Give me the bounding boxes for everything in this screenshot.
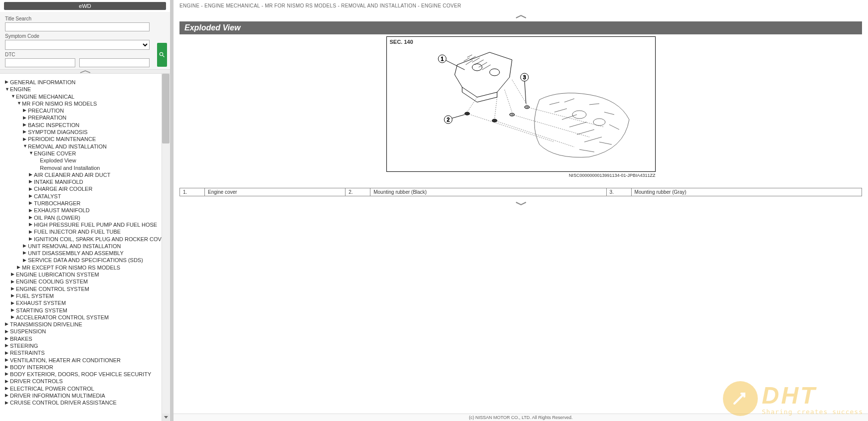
tree-item[interactable]: ▶OIL PAN (LOWER)	[28, 214, 168, 221]
search-icon	[159, 51, 166, 58]
caret-right-icon: ▶	[29, 229, 34, 235]
tree-item[interactable]: ▶CRUISE CONTROL DRIVER ASSISTANCE	[4, 399, 168, 406]
tree-item[interactable]: Removal and Installation	[34, 164, 168, 171]
tree-item[interactable]: ▶BASIC INSPECTION	[22, 122, 168, 129]
search-button[interactable]	[157, 43, 167, 67]
caret-right-icon: ▶	[23, 137, 28, 142]
diagram-box: SEC. 140 1	[386, 36, 656, 172]
tree-label: ENGINE CONTROL SYSTEM	[16, 285, 89, 292]
tree-item[interactable]: ▶PRECAUTION	[22, 107, 168, 114]
caret-right-icon: ▶	[11, 286, 16, 292]
tree-item[interactable]: ▶RESTRAINTS	[4, 349, 168, 356]
caret-right-icon: ▶	[17, 265, 22, 271]
tree-item[interactable]: ▶INTAKE MANIFOLD	[28, 178, 168, 185]
tree-label: ENGINE MECHANICAL	[16, 93, 74, 100]
scrollbar-down-arrow[interactable]	[162, 414, 170, 421]
caret-right-icon: ▶	[11, 314, 16, 320]
tree-item[interactable]: ▶TRANSMISSION DRIVELINE	[4, 321, 168, 328]
tree-item[interactable]: ▶UNIT REMOVAL AND INSTALLATION	[22, 243, 168, 250]
tree-item[interactable]: ▼ENGINE MECHANICAL	[10, 93, 168, 100]
svg-point-0	[472, 64, 482, 71]
tree-item[interactable]: ▶VENTILATION, HEATER AIR CONDITIONER	[4, 357, 168, 364]
search-collapse-bar[interactable]	[0, 70, 170, 74]
caret-right-icon: ▶	[11, 307, 16, 313]
tree-item[interactable]: ▶TURBOCHARGER	[28, 200, 168, 207]
exploded-view-diagram: 1 2 3	[390, 45, 649, 169]
left-panel: eWD Title Search Symptom Code DTC ▶GENER…	[0, 0, 171, 421]
tree-item[interactable]: ▶ELECTRICAL POWER CONTROL	[4, 385, 168, 392]
part-number: 3.	[606, 188, 631, 196]
caret-right-icon: ▶	[29, 222, 34, 228]
tree-item[interactable]: ▶BRAKES	[4, 335, 168, 342]
tree-item[interactable]: ▶ENGINE CONTROL SYSTEM	[10, 285, 168, 292]
tree-item[interactable]: ▶AIR CLEANER AND AIR DUCT	[28, 171, 168, 178]
title-search-input[interactable]	[5, 22, 150, 31]
tree-label: INTAKE MANIFOLD	[34, 178, 83, 185]
tree-item[interactable]: ▶BODY EXTERIOR, DOORS, ROOF VEHICLE SECU…	[4, 371, 168, 378]
collapse-bottom-bar[interactable]	[174, 198, 868, 208]
tree-item[interactable]: ▶GENERAL INFORMATION	[4, 79, 168, 86]
caret-right-icon: ▶	[29, 179, 34, 185]
tree-label: REMOVAL AND INSTALLATION	[28, 143, 107, 150]
tree-item[interactable]: ▼MR FOR NISMO RS MODELS	[16, 100, 168, 107]
tree-item[interactable]: ▶PREPARATION	[22, 114, 168, 121]
tree-item[interactable]: ▶MR EXCEPT FOR NISMO RS MODELS	[16, 264, 168, 271]
chevron-up-icon	[78, 70, 93, 73]
tree-item[interactable]: ▶STARTING SYSTEM	[10, 307, 168, 314]
caret-right-icon: ▶	[29, 208, 34, 214]
tree-item[interactable]: ▼REMOVAL AND INSTALLATION	[22, 143, 168, 150]
tree-label: Removal and Installation	[40, 164, 100, 171]
caret-right-icon: ▶	[29, 215, 34, 221]
ewd-button[interactable]: eWD	[4, 2, 166, 10]
tree-item[interactable]: ▶STEERING	[4, 342, 168, 349]
tree-item[interactable]: ▶ENGINE COOLING SYSTEM	[10, 278, 168, 285]
tree-item[interactable]: ▶HIGH PRESSURE FUEL PUMP AND FUEL HOSE	[28, 221, 168, 228]
tree-scrollbar[interactable]	[162, 74, 170, 421]
app-container: eWD Title Search Symptom Code DTC ▶GENER…	[0, 0, 868, 421]
tree-label: BODY INTERIOR	[10, 364, 53, 371]
tree-item[interactable]: ▶ENGINE LUBRICATION SYSTEM	[10, 271, 168, 278]
parts-table: 1. Engine cover 2. Mounting rubber (Blac…	[179, 188, 862, 196]
tree-item[interactable]: ▶SERVICE DATA AND SPECIFICATIONS (SDS)	[22, 257, 168, 264]
tree-item[interactable]: ▶FUEL SYSTEM	[10, 292, 168, 299]
scrollbar-thumb[interactable]	[162, 74, 170, 143]
caret-right-icon: ▶	[23, 115, 28, 121]
dtc-input-2[interactable]	[79, 58, 150, 67]
collapse-top-bar[interactable]	[174, 11, 868, 21]
tree-item[interactable]: ▶EXHAUST MANIFOLD	[28, 207, 168, 214]
tree-item[interactable]: ▼ENGINE COVER	[28, 150, 168, 157]
tree-label: ENGINE	[10, 86, 31, 93]
tree-label: ENGINE COVER	[34, 150, 76, 157]
tree-label: GENERAL INFORMATION	[10, 79, 75, 86]
caret-down-icon: ▼	[11, 94, 16, 100]
tree-item[interactable]: ▶CATALYST	[28, 193, 168, 200]
tree-item[interactable]: ▶DRIVER CONTROLS	[4, 378, 168, 385]
tree-item[interactable]: ▶PERIODIC MAINTENANCE	[22, 136, 168, 142]
tree-item[interactable]: ▶EXHAUST SYSTEM	[10, 299, 168, 306]
tree-item[interactable]: ▶SUSPENSION	[4, 328, 168, 335]
tree-item[interactable]: ▶UNIT DISASSEMBLY AND ASSEMBLY	[22, 250, 168, 257]
tree-label: PREPARATION	[28, 114, 66, 121]
search-area: Title Search Symptom Code DTC	[0, 12, 170, 70]
watermark-text: DHT	[762, 382, 863, 409]
dtc-input-1[interactable]	[5, 58, 75, 67]
tree-item[interactable]: ▶BODY INTERIOR	[4, 364, 168, 371]
tree-label: EXHAUST MANIFOLD	[34, 207, 90, 214]
content-area: Exploded View SEC. 140	[174, 21, 868, 196]
tree-item[interactable]: ▶CHARGE AIR COOLER	[28, 185, 168, 192]
svg-line-2	[445, 60, 465, 70]
tree-item[interactable]: ▼ENGINE	[4, 86, 168, 93]
symptom-code-select[interactable]	[5, 40, 150, 50]
part-name: Mounting rubber (Gray)	[631, 188, 862, 196]
tree-item[interactable]: ▶FUEL INJECTOR AND FUEL TUBE	[28, 228, 168, 235]
tree-item[interactable]: Exploded View	[34, 157, 168, 164]
svg-line-23	[505, 90, 512, 112]
tree-label: HIGH PRESSURE FUEL PUMP AND FUEL HOSE	[34, 221, 157, 228]
tree-item[interactable]: ▶SYMPTOM DIAGNOSIS	[22, 129, 168, 136]
tree-item[interactable]: ▶IGNITION COIL, SPARK PLUG AND ROCKER CO…	[28, 236, 168, 243]
tree-item[interactable]: ▶ACCELERATOR CONTROL SYSTEM	[10, 314, 168, 321]
svg-point-16	[593, 119, 605, 126]
svg-line-12	[524, 80, 526, 104]
caret-right-icon: ▶	[5, 329, 10, 335]
tree-item[interactable]: ▶DRIVER INFORMATION MULTIMEDIA	[4, 392, 168, 399]
